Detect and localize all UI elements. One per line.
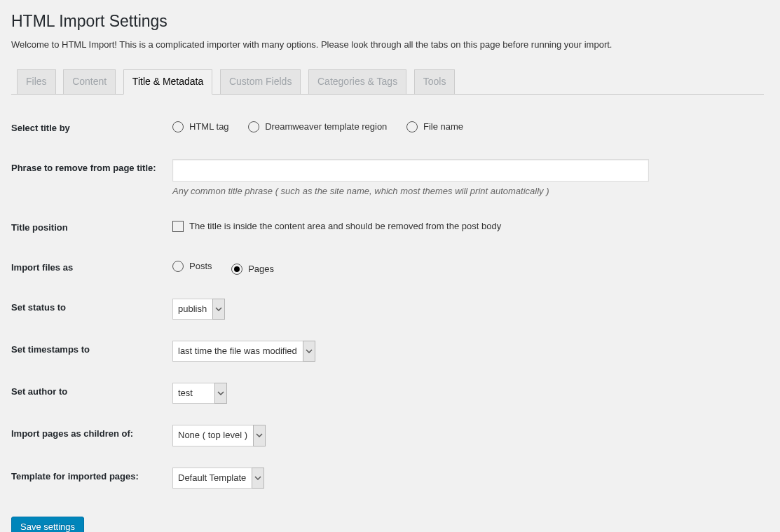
- radio-icon: [172, 121, 184, 132]
- radio-label: File name: [423, 121, 463, 133]
- radio-posts[interactable]: Posts: [172, 261, 212, 273]
- template-select[interactable]: Default Template: [172, 468, 264, 489]
- radio-icon: [231, 264, 242, 275]
- label-template: Template for imported pages:: [11, 457, 165, 499]
- chevron-down-icon: [252, 468, 264, 489]
- intro-text: Welcome to HTML Import! This is a compli…: [11, 39, 764, 50]
- label-select-title: Select title by: [11, 109, 165, 149]
- radio-label: Pages: [248, 264, 274, 275]
- radio-icon: [406, 121, 418, 132]
- radio-label: Dreamweaver template region: [265, 121, 387, 133]
- settings-form: Select title by HTML tag Dreamweaver tem…: [11, 109, 764, 499]
- select-value: publish: [172, 299, 212, 320]
- save-button[interactable]: Save settings: [11, 517, 84, 532]
- tab-files[interactable]: Files: [17, 69, 56, 94]
- radio-label: HTML tag: [189, 121, 229, 133]
- radio-pages[interactable]: Pages: [231, 264, 274, 275]
- label-timestamps: Set timestamps to: [11, 330, 165, 372]
- select-value: test: [172, 383, 214, 404]
- label-author: Set author to: [11, 372, 165, 414]
- tab-title-metadata[interactable]: Title & Metadata: [123, 69, 212, 95]
- radio-icon: [172, 261, 184, 272]
- checkbox-icon: [172, 221, 184, 232]
- select-value: last time the file was modified: [172, 341, 303, 362]
- chevron-down-icon: [212, 299, 225, 320]
- parent-select[interactable]: None ( top level ): [172, 425, 266, 446]
- radio-icon: [248, 121, 259, 132]
- radio-file-name[interactable]: File name: [406, 121, 463, 133]
- phrase-input[interactable]: [172, 159, 649, 182]
- tab-custom-fields[interactable]: Custom Fields: [220, 69, 301, 94]
- radio-label: Posts: [189, 261, 212, 273]
- page-title: HTML Import Settings: [11, 6, 764, 34]
- select-value: Default Template: [172, 468, 252, 489]
- radio-html-tag[interactable]: HTML tag: [172, 121, 229, 133]
- chevron-down-icon: [253, 425, 266, 446]
- status-select[interactable]: publish: [172, 299, 225, 320]
- label-phrase-remove: Phrase to remove from page title:: [11, 149, 165, 208]
- label-import-as: Import files as: [11, 248, 165, 288]
- chevron-down-icon: [303, 341, 315, 362]
- select-value: None ( top level ): [172, 425, 253, 446]
- label-status: Set status to: [11, 288, 165, 330]
- phrase-help: Any common title phrase ( such as the si…: [172, 186, 757, 198]
- tab-content[interactable]: Content: [63, 69, 116, 94]
- label-title-position: Title position: [11, 208, 165, 248]
- label-parent: Import pages as children of:: [11, 414, 165, 456]
- timestamps-select[interactable]: last time the file was modified: [172, 341, 315, 362]
- radio-dreamweaver[interactable]: Dreamweaver template region: [248, 121, 387, 133]
- title-position-checkbox[interactable]: The title is inside the content area and…: [172, 221, 501, 233]
- tab-bar: Files Content Title & Metadata Custom Fi…: [11, 62, 764, 95]
- chevron-down-icon: [214, 383, 227, 404]
- author-select[interactable]: test: [172, 383, 227, 404]
- tab-categories-tags[interactable]: Categories & Tags: [308, 69, 406, 94]
- checkbox-label: The title is inside the content area and…: [189, 221, 501, 233]
- tab-tools[interactable]: Tools: [414, 69, 456, 94]
